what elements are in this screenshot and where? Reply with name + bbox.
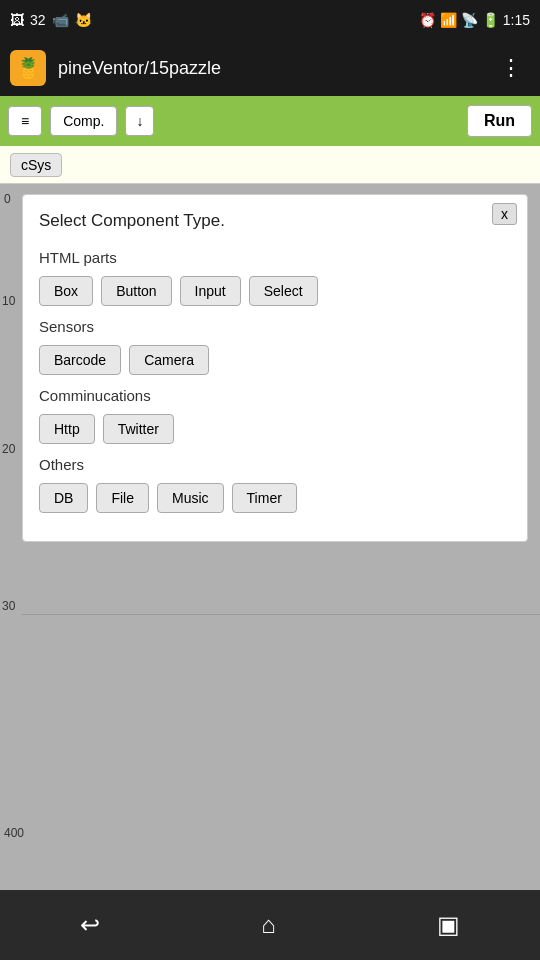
app-icon: 🍍 xyxy=(10,50,46,86)
select-button[interactable]: Select xyxy=(249,276,318,306)
status-left-icons: 🖼 32 📹 🐱 xyxy=(10,12,92,28)
twitter-button[interactable]: Twitter xyxy=(103,414,174,444)
clock-icon: ⏰ xyxy=(419,12,436,28)
back-button[interactable]: ↩ xyxy=(50,901,130,949)
box-button[interactable]: Box xyxy=(39,276,93,306)
dialog-title: Select Component Type. xyxy=(39,211,511,231)
barcode-button[interactable]: Barcode xyxy=(39,345,121,375)
recent-apps-button[interactable]: ▣ xyxy=(407,901,490,949)
home-button[interactable]: ⌂ xyxy=(231,901,306,949)
h-line xyxy=(22,614,540,615)
battery-icon: 🔋 xyxy=(482,12,499,28)
section-comminucations-label: Comminucations xyxy=(39,387,511,404)
down-arrow-button[interactable]: ↓ xyxy=(125,106,154,136)
x-axis-400: 400 xyxy=(4,826,24,840)
y-axis-30: 30 xyxy=(2,599,15,613)
title-bar: 🍍 pineVentor/15pazzle ⋮ xyxy=(0,40,540,96)
run-button[interactable]: Run xyxy=(467,105,532,137)
y-axis-10: 10 xyxy=(2,294,15,308)
status-bar: 🖼 32 📹 🐱 ⏰ 📶 📡 🔋 1:15 xyxy=(0,0,540,40)
y-axis-0: 0 xyxy=(4,192,11,206)
music-button[interactable]: Music xyxy=(157,483,224,513)
others-buttons: DB File Music Timer xyxy=(39,483,511,513)
file-button[interactable]: File xyxy=(96,483,149,513)
wifi-icon: 📶 xyxy=(440,12,457,28)
button-button[interactable]: Button xyxy=(101,276,171,306)
menu-button[interactable]: ≡ xyxy=(8,106,42,136)
notification-count: 32 xyxy=(30,12,46,28)
signal-icon: 📡 xyxy=(461,12,478,28)
section-others-label: Others xyxy=(39,456,511,473)
html-parts-buttons: Box Button Input Select xyxy=(39,276,511,306)
timer-button[interactable]: Timer xyxy=(232,483,297,513)
comp-button[interactable]: Comp. xyxy=(50,106,117,136)
comminucations-buttons: Http Twitter xyxy=(39,414,511,444)
csys-tag[interactable]: cSys xyxy=(10,153,62,177)
y-axis-20: 20 xyxy=(2,442,15,456)
section-html-parts-label: HTML parts xyxy=(39,249,511,266)
section-sensors-label: Sensors xyxy=(39,318,511,335)
time-display: 1:15 xyxy=(503,12,530,28)
cat-icon: 🐱 xyxy=(75,12,92,28)
overflow-menu-button[interactable]: ⋮ xyxy=(492,51,530,85)
video-icon: 📹 xyxy=(52,12,69,28)
camera-button[interactable]: Camera xyxy=(129,345,209,375)
input-button[interactable]: Input xyxy=(180,276,241,306)
photo-icon: 🖼 xyxy=(10,12,24,28)
sensors-buttons: Barcode Camera xyxy=(39,345,511,375)
app-title: pineVentor/15pazzle xyxy=(58,58,480,79)
csys-bar: cSys xyxy=(0,146,540,184)
bottom-nav: ↩ ⌂ ▣ xyxy=(0,890,540,960)
status-right-icons: ⏰ 📶 📡 🔋 1:15 xyxy=(419,12,530,28)
http-button[interactable]: Http xyxy=(39,414,95,444)
select-component-dialog: x Select Component Type. HTML parts Box … xyxy=(22,194,528,542)
main-area: 0 10 20 30 400 x Select Component Type. … xyxy=(0,184,540,890)
toolbar: ≡ Comp. ↓ Run xyxy=(0,96,540,146)
dialog-close-button[interactable]: x xyxy=(492,203,517,225)
db-button[interactable]: DB xyxy=(39,483,88,513)
